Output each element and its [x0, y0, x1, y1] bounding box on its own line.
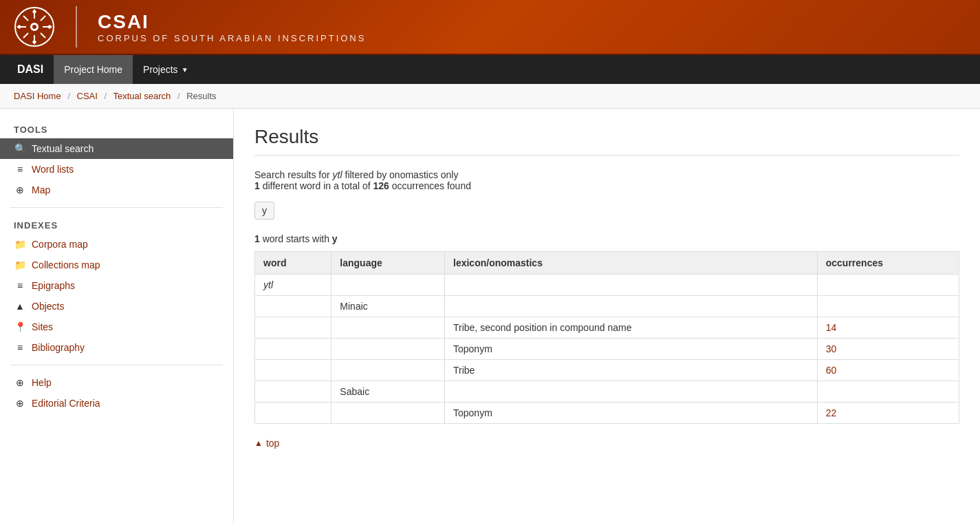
- occ-link-30[interactable]: 30: [826, 343, 837, 354]
- sidebar-item-corpora-map[interactable]: 📁 Corpora map: [0, 234, 233, 255]
- page-title: Results: [254, 126, 959, 156]
- table-body: ytl Minaic Tribe, second position in c: [255, 275, 959, 424]
- breadcrumb-csai[interactable]: CSAI: [77, 91, 98, 101]
- cell-word-5: [255, 360, 331, 381]
- svg-point-2: [32, 25, 36, 29]
- occ-link-60[interactable]: 60: [826, 365, 837, 376]
- svg-line-7: [23, 16, 28, 21]
- sidebar-indexes-title: INDEXES: [0, 215, 233, 234]
- col-language: language: [331, 252, 445, 275]
- bibliography-link[interactable]: Bibliography: [32, 342, 85, 353]
- sidebar-item-textual-search[interactable]: 🔍 Textual search: [0, 138, 233, 159]
- svg-marker-13: [17, 25, 22, 29]
- sidebar-tools-title: TOOLS: [0, 119, 233, 138]
- sidebar-divider-2: [10, 365, 223, 365]
- table-row: Tribe, second position in compound name …: [255, 317, 959, 339]
- cell-occ-6: [817, 381, 959, 403]
- sidebar-item-help[interactable]: ⊕ Help: [0, 372, 233, 393]
- cell-lang-4: [331, 339, 445, 360]
- header-brand-short: CSAI: [98, 11, 366, 33]
- header-title-block: CSAI Corpus of South Arabian Inscription…: [98, 11, 366, 43]
- cell-lang-minaic: Minaic: [331, 296, 445, 317]
- search-term: ytl: [333, 169, 342, 180]
- svg-line-10: [23, 33, 28, 38]
- folder-icon-1: 📁: [14, 239, 26, 250]
- sidebar-item-objects[interactable]: ▲ Objects: [0, 296, 233, 317]
- table-header: word language lexicon/onomastics occurre…: [255, 252, 959, 275]
- cell-word-ytl: ytl: [255, 275, 331, 296]
- occ-link-22[interactable]: 22: [826, 407, 837, 418]
- main-layout: TOOLS 🔍 Textual search ≡ Word lists ⊕ Ma…: [0, 109, 980, 523]
- cell-lex-2: [445, 296, 818, 317]
- map-icon: ⊕: [14, 184, 26, 195]
- breadcrumb-sep-1: /: [67, 91, 70, 101]
- search-icon: 🔍: [14, 143, 26, 154]
- projects-dropdown-caret: ▼: [182, 66, 188, 74]
- main-content: Results Search results for ytl filtered …: [234, 109, 980, 523]
- navbar-item-project-home[interactable]: Project Home: [54, 55, 133, 84]
- corpora-map-link[interactable]: Corpora map: [32, 239, 88, 250]
- sidebar-item-bibliography[interactable]: ≡ Bibliography: [0, 337, 233, 358]
- cell-word-4: [255, 339, 331, 360]
- cell-lex-1: [445, 275, 818, 296]
- sites-link[interactable]: Sites: [32, 321, 53, 332]
- cell-lex-toponym-2: Toponym: [445, 403, 818, 424]
- map-link[interactable]: Map: [32, 184, 50, 195]
- top-arrow-icon: ▲: [254, 438, 263, 448]
- search-summary: Search results for ytl filtered by onoma…: [254, 169, 959, 191]
- sites-icon: 📍: [14, 321, 26, 332]
- help-icon: ⊕: [14, 377, 26, 388]
- occ-link-14[interactable]: 14: [826, 322, 837, 333]
- sidebar-item-collections-map[interactable]: 📁 Collections map: [0, 255, 233, 275]
- count-different: 1: [254, 180, 260, 191]
- word-starts-info: 1 word starts with y: [254, 233, 959, 244]
- sidebar-item-epigraphs[interactable]: ≡ Epigraphs: [0, 275, 233, 296]
- site-header: CSAI Corpus of South Arabian Inscription…: [0, 0, 980, 55]
- top-link[interactable]: ▲ top: [254, 438, 959, 449]
- cell-lex-tribe-compound: Tribe, second position in compound name: [445, 317, 818, 339]
- svg-line-8: [41, 33, 45, 38]
- help-link[interactable]: Help: [32, 377, 52, 388]
- svg-marker-12: [32, 39, 36, 45]
- sidebar: TOOLS 🔍 Textual search ≡ Word lists ⊕ Ma…: [0, 109, 234, 523]
- cell-lang-sabaic: Sabaic: [331, 381, 445, 403]
- col-lexicon: lexicon/onomastics: [445, 252, 818, 275]
- editorial-criteria-link[interactable]: Editorial Criteria: [32, 398, 100, 409]
- sidebar-item-sites[interactable]: 📍 Sites: [0, 317, 233, 337]
- cell-occ-2: [817, 296, 959, 317]
- navbar-item-projects[interactable]: Projects ▼: [133, 55, 198, 84]
- breadcrumb-textual-search[interactable]: Textual search: [113, 91, 171, 101]
- breadcrumb-dasi-home[interactable]: DASI Home: [14, 91, 61, 101]
- epigraphs-icon: ≡: [14, 280, 26, 291]
- cell-lex-6: [445, 381, 818, 403]
- letter-y-button[interactable]: y: [254, 202, 274, 220]
- bibliography-icon: ≡: [14, 342, 26, 353]
- header-brand-full: Corpus of South Arabian Inscriptions: [98, 33, 366, 43]
- sidebar-item-map[interactable]: ⊕ Map: [0, 180, 233, 200]
- table-row: Minaic: [255, 296, 959, 317]
- sidebar-item-word-lists[interactable]: ≡ Word lists: [0, 159, 233, 180]
- logo-area: CSAI Corpus of South Arabian Inscription…: [14, 6, 366, 47]
- objects-icon: ▲: [14, 301, 26, 312]
- cell-lex-tribe: Tribe: [445, 360, 818, 381]
- folder-icon-2: 📁: [14, 259, 26, 270]
- navbar-brand: DASI: [7, 55, 54, 84]
- breadcrumb-sep-3: /: [177, 91, 180, 101]
- word-lists-link[interactable]: Word lists: [32, 164, 74, 175]
- cell-word-6: [255, 381, 331, 403]
- epigraphs-link[interactable]: Epigraphs: [32, 280, 75, 291]
- main-navbar: DASI Project Home Projects ▼: [0, 55, 980, 84]
- editorial-icon: ⊕: [14, 398, 26, 409]
- table-row: Tribe 60: [255, 360, 959, 381]
- collections-map-link[interactable]: Collections map: [32, 259, 100, 270]
- cell-lang-3: [331, 317, 445, 339]
- svg-marker-14: [47, 25, 52, 29]
- svg-marker-11: [32, 9, 36, 14]
- objects-link[interactable]: Objects: [32, 301, 64, 312]
- results-table: word language lexicon/onomastics occurre…: [254, 251, 959, 424]
- breadcrumb: DASI Home / CSAI / Textual search / Resu…: [0, 84, 980, 109]
- sidebar-item-editorial-criteria[interactable]: ⊕ Editorial Criteria: [0, 393, 233, 414]
- col-occurrences: occurrences: [817, 252, 959, 275]
- breadcrumb-sep-2: /: [104, 91, 107, 101]
- breadcrumb-current: Results: [186, 91, 216, 101]
